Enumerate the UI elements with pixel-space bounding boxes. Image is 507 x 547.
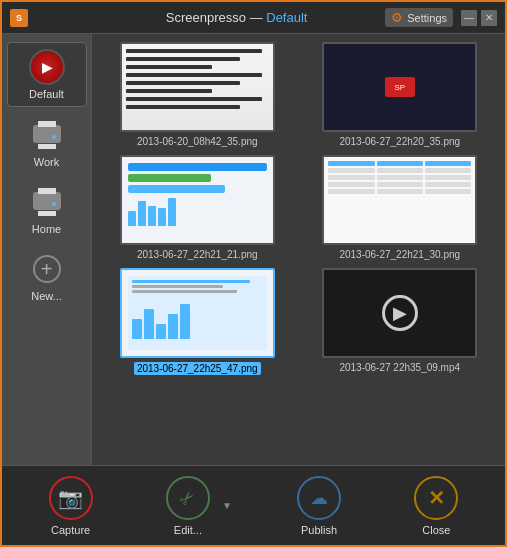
play-button-icon: ▶: [382, 295, 418, 331]
thumbnail-3: [120, 155, 275, 245]
toolbar: 📷 Capture ✂ Edit... ▼ ☁ Publish ✕ Close: [2, 465, 505, 545]
thumb-cell: [377, 175, 423, 180]
app-name: Screenpresso: [166, 10, 246, 25]
thumbnail-5: [120, 268, 275, 358]
thumb-row-line: [132, 285, 224, 288]
thumb-content-2: SP: [324, 44, 475, 130]
sidebar-item-home[interactable]: Home: [7, 178, 87, 241]
gallery-item-6[interactable]: ▶ 2013-06-27 22h35_09.mp4: [303, 268, 498, 375]
thumb-line: [126, 97, 262, 101]
sidebar-item-default-label: Default: [29, 88, 64, 100]
thumb-cell: [328, 161, 374, 166]
chart-bar: [148, 206, 156, 226]
thumb-row: [328, 189, 471, 194]
sidebar-item-default[interactable]: Default: [7, 42, 87, 107]
thumb-cell: [377, 168, 423, 173]
gallery-item-6-label: 2013-06-27 22h35_09.mp4: [339, 362, 460, 373]
gallery-item-4-label: 2013-06-27_22h21_30.png: [339, 249, 460, 260]
thumb-inner-5: [128, 276, 267, 350]
close-button[interactable]: ✕ Close: [406, 472, 466, 540]
home-printer-body: [33, 192, 61, 210]
edit-group: ✂ Edit... ▼: [158, 472, 232, 540]
chart-bar: [180, 304, 190, 339]
chart-bar: [168, 198, 176, 226]
thumb-cell: [377, 189, 423, 194]
minimize-button[interactable]: —: [461, 10, 477, 26]
printer-paper-out: [38, 121, 56, 127]
home-printer-paper-out: [38, 188, 56, 194]
app-icon: S: [10, 9, 28, 27]
close-window-button[interactable]: ✕: [481, 10, 497, 26]
title-bar-title: Screenpresso — Default: [88, 10, 385, 25]
thumb-row: [328, 175, 471, 180]
thumb-row: [328, 168, 471, 173]
thumb-line: [126, 81, 240, 85]
thumb-cell: [425, 161, 471, 166]
chart-area: [132, 299, 263, 339]
main-content: Default Work: [2, 34, 505, 465]
gallery-item-2-label: 2013-06-27_22h20_35.png: [339, 136, 460, 147]
printer-paper-in: [38, 144, 56, 149]
work-profile-icon: [29, 117, 65, 153]
gallery-item-4[interactable]: 2013-06-27_22h21_30.png: [303, 155, 498, 260]
edit-button[interactable]: ✂ Edit...: [158, 472, 218, 540]
edit-label: Edit...: [174, 524, 202, 536]
sidebar-item-new-label: New...: [31, 290, 62, 302]
camera-icon: 📷: [58, 486, 83, 510]
gallery-item-5[interactable]: 2013-06-27_22h25_47.png: [100, 268, 295, 375]
mini-chart: [128, 196, 267, 226]
edit-dropdown-arrow[interactable]: ▼: [222, 500, 232, 511]
chart-bar: [138, 201, 146, 226]
main-window: S Screenpresso — Default ⚙ Settings — ✕ …: [0, 0, 507, 547]
thumb-cell: [425, 168, 471, 173]
publish-button[interactable]: ☁ Publish: [289, 472, 349, 540]
new-icon-shape: +: [33, 255, 61, 283]
thumb-content-1: [122, 44, 273, 130]
close-icon-circle: ✕: [414, 476, 458, 520]
thumb-line: [126, 105, 240, 109]
thumb-line: [126, 65, 212, 69]
thumb-cell: [377, 161, 423, 166]
sidebar-item-work[interactable]: Work: [7, 111, 87, 174]
progress-bar-green: [128, 174, 211, 182]
settings-button[interactable]: ⚙ Settings: [385, 8, 453, 27]
default-icon-shape: [29, 49, 65, 85]
home-profile-icon: [29, 184, 65, 220]
gallery-item-3[interactable]: 2013-06-27_22h21_21.png: [100, 155, 295, 260]
printer-body: [33, 125, 61, 143]
gallery-item-1[interactable]: 2013-06-20_08h42_35.png: [100, 42, 295, 147]
progress-bar-cyan: [128, 185, 225, 193]
title-bar-left: S: [10, 9, 28, 27]
thumb-video: ▶: [324, 270, 475, 356]
thumb-content-5: [122, 270, 273, 356]
gallery-item-1-label: 2013-06-20_08h42_35.png: [137, 136, 258, 147]
gallery-item-5-label: 2013-06-27_22h25_47.png: [134, 362, 261, 375]
title-bar: S Screenpresso — Default ⚙ Settings — ✕: [2, 2, 505, 34]
thumb-content-4: [324, 157, 475, 243]
thumbnail-2: SP: [322, 42, 477, 132]
thumb-cell: [377, 182, 423, 187]
chart-bar: [168, 314, 178, 339]
thumb-cell: [328, 168, 374, 173]
close-x-icon: ✕: [428, 486, 445, 510]
gallery-item-3-label: 2013-06-27_22h21_21.png: [137, 249, 258, 260]
chart-bar: [132, 319, 142, 339]
sidebar-item-new[interactable]: + New...: [7, 245, 87, 308]
thumb-row: [328, 182, 471, 187]
capture-button[interactable]: 📷 Capture: [41, 472, 101, 540]
chart-bar: [158, 208, 166, 226]
thumb-row-line: [132, 290, 237, 293]
home-printer-paper-in: [38, 211, 56, 216]
chart-bar: [156, 324, 166, 339]
work-printer-icon: [31, 121, 63, 149]
new-profile-icon: +: [29, 251, 65, 287]
thumb-line: [126, 49, 262, 53]
window-controls: — ✕: [461, 10, 497, 26]
edit-tools-icon: ✂: [175, 484, 201, 510]
thumb-content-3: [122, 157, 273, 243]
capture-icon-circle: 📷: [49, 476, 93, 520]
publish-icon-circle: ☁: [297, 476, 341, 520]
sidebar-item-home-label: Home: [32, 223, 61, 235]
gallery-item-2[interactable]: SP 2013-06-27_22h20_35.png: [303, 42, 498, 147]
publish-label: Publish: [301, 524, 337, 536]
